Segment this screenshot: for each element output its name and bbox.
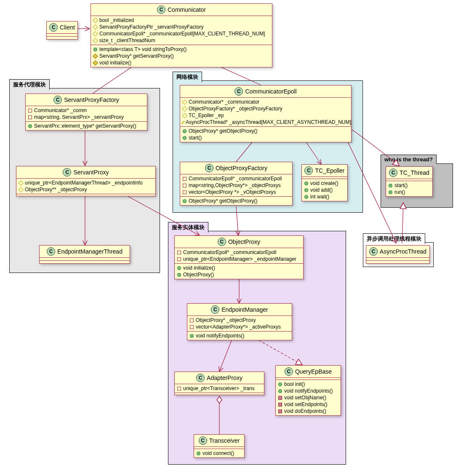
visibility-icon	[183, 190, 187, 194]
member-text: vector<ObjectProxy *> _vObjectProxys	[189, 189, 276, 195]
class-name: ObjectProxy	[228, 238, 260, 245]
visibility-icon	[304, 188, 308, 192]
member-row: void add()	[304, 187, 345, 193]
visibility-icon	[278, 396, 282, 400]
member-text: void setEndpoints()	[284, 401, 328, 407]
member-row: Communicator* _communicator	[183, 99, 349, 105]
class-name: TC_Epoller	[315, 167, 344, 174]
member-row: TC_Epoller _ep	[183, 112, 349, 119]
member-row: void setObjName()	[278, 394, 338, 401]
class-queryepbase: CQueryEpBase bool init()void notifyEndpo…	[275, 365, 341, 416]
class-name: AdapterProxy	[207, 374, 242, 381]
member-row: ObjectProxy* getObjectProxy()	[183, 198, 290, 204]
visibility-icon	[389, 190, 392, 194]
member-text: void add()	[310, 187, 333, 193]
class-communicatorepoll: CCommunicatorEpoll Communicator* _commun…	[180, 85, 352, 142]
member-row: bool init()	[278, 381, 338, 388]
member-text: vector<AdapterProxy*> _activeProxys	[196, 324, 281, 330]
member-text: ObjectProxy* getObjectProxy()	[189, 198, 257, 204]
class-communicator: CCommunicator bool _initializedServantPr…	[91, 3, 272, 67]
member-row: vector<ObjectProxy *> _vObjectProxys	[183, 189, 290, 195]
visibility-icon	[183, 136, 187, 140]
visibility-icon	[177, 251, 181, 254]
package-async-label: 异步调用处理线程模块	[363, 233, 425, 244]
member-text: map<string,ObjectProxy*> _objectProxys	[189, 182, 281, 188]
member-text: ServantProxy* getServantProxy()	[99, 53, 174, 59]
class-icon: C	[157, 5, 165, 14]
package-thread-label: who is the thread?	[381, 155, 437, 164]
member-text: size_t _clientThreadNum	[99, 37, 155, 43]
member-row: Communicator* _comm	[28, 107, 144, 114]
member-text: unique_ptr<EndpointManager> _endpointMan…	[183, 256, 296, 262]
class-icon: C	[63, 168, 71, 176]
visibility-icon	[182, 106, 187, 112]
visibility-icon	[28, 124, 32, 128]
class-name: EndpointManager	[221, 306, 268, 313]
member-text: ObjectProxy** _objectProxy	[25, 187, 87, 193]
member-row: void notifyEndpoints()	[278, 388, 338, 394]
member-row: CommunicatorEpoll* _communicatorEpoll	[183, 175, 290, 182]
member-row: AsyncProcThread* _asyncThread[MAX_CLIENT…	[183, 119, 349, 126]
visibility-icon	[183, 184, 187, 187]
visibility-icon	[181, 120, 185, 124]
member-row: CommunicatorEpoll* _communicatorEpoll[MA…	[93, 30, 269, 37]
member-row: ObjectProxy* _objectProxy	[190, 317, 289, 324]
member-text: start()	[394, 182, 408, 188]
class-icon: C	[218, 238, 226, 246]
class-name: QueryEpBase	[295, 368, 332, 375]
member-row: void initialize()	[93, 59, 269, 66]
member-text: void notifyEndpoints()	[284, 388, 333, 394]
visibility-icon	[177, 273, 181, 277]
class-name: ServantProxy	[73, 169, 109, 176]
member-text: void initialize()	[183, 265, 215, 271]
visibility-icon	[93, 24, 98, 30]
member-text: ObjectProxy* getObjectProxy()	[189, 128, 257, 134]
member-text: bool _initialized	[99, 17, 134, 23]
member-row: bool _initialized	[93, 17, 269, 24]
class-name: Communicator	[168, 6, 206, 13]
member-row: unique_ptr<EndpointManagerThread> _endpo…	[19, 179, 153, 186]
class-client: CClient	[46, 21, 78, 40]
class-name: Transceiver	[209, 437, 240, 444]
visibility-icon	[28, 115, 32, 119]
member-text: void notifyEndpoints()	[196, 333, 244, 339]
member-row: ServantProxyFactoryPtr _servantProxyFact…	[93, 24, 269, 30]
member-row: ObjectProxy()	[177, 271, 301, 278]
visibility-icon	[177, 257, 181, 261]
member-row: ServantPrx::element_type* getServantProx…	[28, 123, 144, 129]
member-row: template<class T> void stringToProxy()	[93, 46, 269, 53]
visibility-icon	[183, 129, 187, 133]
class-name: CommunicatorEpoll	[245, 88, 296, 95]
visibility-icon	[190, 318, 194, 322]
member-row: unique_ptr<Transceiver> _trans	[177, 385, 261, 392]
member-row: ObjectProxy** _objectProxy	[19, 186, 153, 193]
class-icon: C	[234, 87, 243, 96]
visibility-icon	[304, 182, 308, 185]
package-entity-label: 服务实体模块	[168, 222, 208, 233]
member-text: unique_ptr<Transceiver> _trans	[183, 385, 255, 391]
member-text: void connect()	[203, 450, 234, 456]
member-text: ObjectProxy* _objectProxy	[196, 317, 256, 323]
member-row: void doEndpoints()	[278, 408, 338, 414]
class-icon: C	[199, 436, 207, 445]
class-icon: C	[304, 166, 313, 175]
class-objectproxyfactory: CObjectProxyFactory CommunicatorEpoll* _…	[180, 162, 293, 206]
visibility-icon	[18, 187, 24, 193]
visibility-icon	[278, 389, 282, 393]
visibility-icon	[278, 403, 282, 406]
class-asyncprocthread: CAsyncProcThread	[366, 245, 430, 264]
member-text: ServantProxyFactoryPtr _servantProxyFact…	[99, 24, 203, 30]
member-row: map<string,ObjectProxy*> _objectProxys	[183, 182, 290, 189]
member-text: ServantPrx::element_type* getServantProx…	[34, 123, 136, 129]
member-text: unique_ptr<EndpointManagerThread> _endpo…	[25, 180, 143, 186]
visibility-icon	[177, 266, 181, 270]
visibility-icon	[93, 48, 97, 51]
visibility-icon	[93, 31, 98, 37]
class-name: ObjectProxyFactory	[216, 165, 267, 171]
class-adapterproxy: CAdapterProxy unique_ptr<Transceiver> _t…	[174, 372, 264, 395]
member-row: start()	[183, 134, 349, 141]
class-icon: C	[211, 305, 219, 314]
member-row: map<string, ServantPrx> _servantProxy	[28, 114, 144, 120]
member-row: run()	[389, 189, 430, 195]
visibility-icon	[93, 18, 98, 23]
